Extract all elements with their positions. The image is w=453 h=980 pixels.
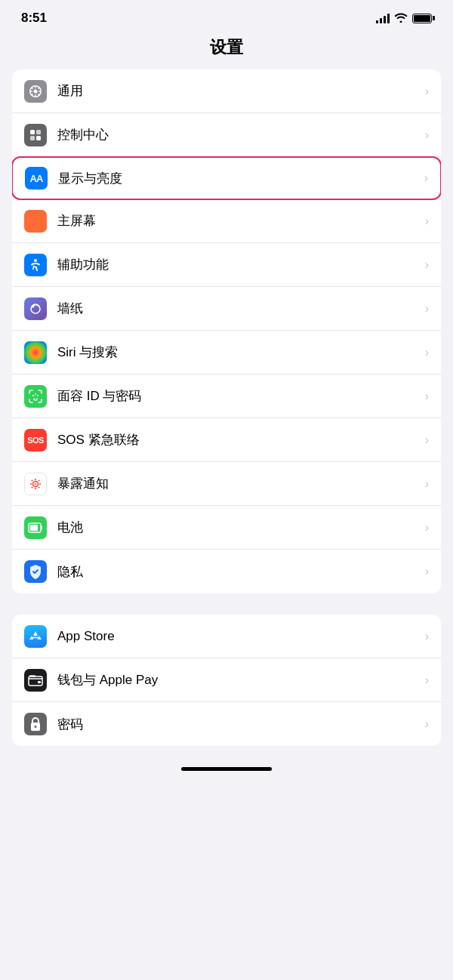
svg-rect-22 xyxy=(29,676,42,686)
settings-item-wallet[interactable]: 钱包与 Apple Pay › xyxy=(12,658,441,702)
appstore-label: App Store xyxy=(57,629,419,644)
siri-chevron: › xyxy=(425,346,429,359)
svg-point-14 xyxy=(32,479,33,481)
svg-rect-2 xyxy=(36,130,41,134)
control-center-icon xyxy=(24,124,47,146)
svg-point-0 xyxy=(34,89,38,93)
svg-point-13 xyxy=(35,488,36,489)
siri-icon xyxy=(24,341,47,364)
passwords-icon xyxy=(24,713,47,735)
privacy-icon xyxy=(24,560,47,583)
settings-item-exposure[interactable]: 暴露通知 › xyxy=(12,462,441,506)
wallet-label: 钱包与 Apple Pay xyxy=(57,671,419,689)
passwords-chevron: › xyxy=(425,717,429,731)
exposure-chevron: › xyxy=(425,477,429,491)
settings-item-wallpaper[interactable]: 墙纸 › xyxy=(12,287,441,331)
sos-label: SOS 紧急联络 xyxy=(57,431,419,448)
wifi-icon xyxy=(394,12,408,25)
settings-item-battery[interactable]: 电池 › xyxy=(12,506,441,550)
svg-rect-20 xyxy=(30,525,38,531)
svg-point-16 xyxy=(39,479,40,481)
svg-point-26 xyxy=(35,726,37,728)
general-icon xyxy=(24,80,47,103)
svg-point-6 xyxy=(31,304,40,313)
display-label: 显示与亮度 xyxy=(58,170,418,187)
svg-point-11 xyxy=(39,483,41,485)
signal-icon xyxy=(376,13,390,23)
home-screen-label: 主屏幕 xyxy=(57,212,419,230)
home-indicator xyxy=(181,767,272,771)
settings-item-sos[interactable]: SOS SOS 紧急联络 › xyxy=(12,418,441,462)
svg-point-9 xyxy=(35,483,36,485)
svg-rect-19 xyxy=(41,525,42,529)
svg-rect-4 xyxy=(36,136,41,140)
sos-chevron: › xyxy=(425,433,429,447)
settings-group-1: 通用 › 控制中心 › AA 显示与亮度 › xyxy=(12,69,441,593)
home-screen-chevron: › xyxy=(425,214,429,228)
battery-settings-icon xyxy=(24,516,47,539)
settings-item-passwords[interactable]: 密码 › xyxy=(12,702,441,746)
battery-label: 电池 xyxy=(57,519,419,536)
wallpaper-label: 墙纸 xyxy=(57,300,419,317)
siri-label: Siri 与搜索 xyxy=(57,344,419,361)
status-time: 8:51 xyxy=(21,11,47,26)
svg-rect-1 xyxy=(30,130,35,134)
exposure-label: 暴露通知 xyxy=(57,475,419,492)
control-center-chevron: › xyxy=(425,128,429,142)
faceid-icon xyxy=(24,385,47,408)
svg-point-15 xyxy=(39,486,40,488)
svg-point-10 xyxy=(30,483,32,485)
settings-item-privacy[interactable]: 隐私 › xyxy=(12,550,441,593)
settings-item-control-center[interactable]: 控制中心 › xyxy=(12,113,441,157)
wallet-icon xyxy=(24,669,47,692)
settings-item-faceid[interactable]: 面容 ID 与密码 › xyxy=(12,374,441,418)
appstore-chevron: › xyxy=(425,630,429,643)
settings-item-display[interactable]: AA 显示与亮度 › xyxy=(12,156,441,200)
wallet-chevron: › xyxy=(425,673,429,687)
wallpaper-chevron: › xyxy=(425,302,429,316)
appstore-icon xyxy=(24,625,47,648)
battery-icon xyxy=(412,14,432,23)
svg-rect-24 xyxy=(29,675,35,677)
display-chevron: › xyxy=(424,171,428,185)
privacy-label: 隐私 xyxy=(57,563,419,581)
svg-point-17 xyxy=(32,486,33,488)
status-bar: 8:51 xyxy=(0,0,453,32)
settings-item-general[interactable]: 通用 › xyxy=(12,69,441,113)
settings-item-accessibility[interactable]: 辅助功能 › xyxy=(12,243,441,287)
svg-rect-23 xyxy=(38,681,41,683)
page-title: 设置 xyxy=(0,32,453,69)
accessibility-label: 辅助功能 xyxy=(57,256,419,273)
privacy-chevron: › xyxy=(425,565,429,578)
svg-point-5 xyxy=(34,259,37,262)
svg-point-7 xyxy=(32,305,35,307)
svg-point-12 xyxy=(35,479,36,480)
status-icons xyxy=(376,12,432,25)
battery-chevron: › xyxy=(425,521,429,535)
accessibility-icon xyxy=(24,254,47,276)
sos-icon: SOS xyxy=(24,429,47,451)
svg-rect-3 xyxy=(30,136,35,140)
settings-item-appstore[interactable]: App Store › xyxy=(12,615,441,658)
general-chevron: › xyxy=(425,85,429,98)
home-screen-icon xyxy=(24,210,47,233)
display-icon: AA xyxy=(25,167,48,190)
general-label: 通用 xyxy=(57,82,419,100)
settings-group-2: App Store › 钱包与 Apple Pay › 密码 › xyxy=(12,615,441,746)
faceid-label: 面容 ID 与密码 xyxy=(57,387,419,405)
settings-item-home-screen[interactable]: 主屏幕 › xyxy=(12,199,441,243)
faceid-chevron: › xyxy=(425,390,429,403)
exposure-icon xyxy=(24,473,47,495)
passwords-label: 密码 xyxy=(57,716,419,733)
accessibility-chevron: › xyxy=(425,258,429,272)
wallpaper-icon xyxy=(24,297,47,320)
settings-item-siri[interactable]: Siri 与搜索 › xyxy=(12,331,441,374)
control-center-label: 控制中心 xyxy=(57,126,419,143)
